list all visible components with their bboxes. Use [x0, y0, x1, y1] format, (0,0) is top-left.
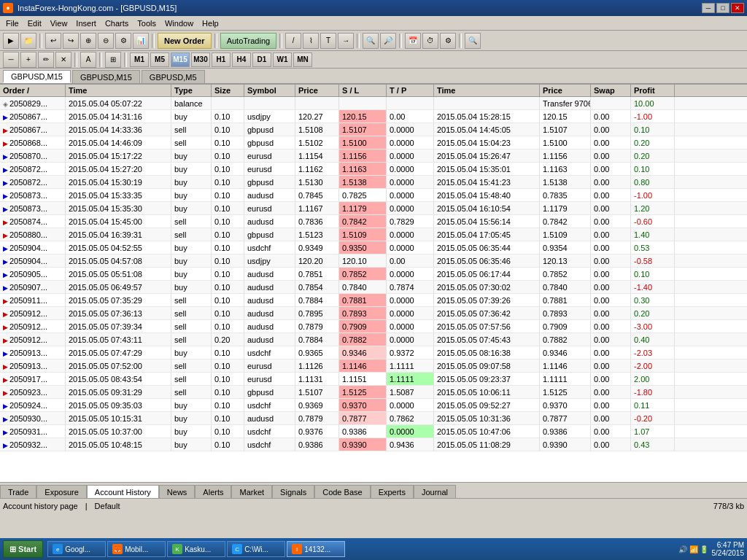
- menu-window[interactable]: Window: [160, 18, 198, 29]
- toolbar-period-btn[interactable]: 📅: [405, 33, 421, 49]
- col-price[interactable]: Price: [295, 85, 339, 96]
- toolbar-redo-btn[interactable]: ↪: [63, 33, 79, 49]
- table-row[interactable]: ▶ 2050874... 2015.05.04 15:45:00 sell 0.…: [0, 215, 747, 228]
- table-row[interactable]: ▶ 2050907... 2015.05.05 06:49:57 buy 0.1…: [0, 281, 747, 294]
- tf-h4[interactable]: H4: [232, 52, 251, 67]
- table-row[interactable]: ▶ 2050905... 2015.05.05 05:51:08 buy 0.1…: [0, 268, 747, 281]
- menu-help[interactable]: Help: [198, 18, 223, 29]
- col-tp[interactable]: T / P: [387, 85, 434, 96]
- autotrading-button[interactable]: AutoTrading: [220, 33, 277, 49]
- table-row[interactable]: ▶ 2050912... 2015.05.05 07:43:11 sell 0.…: [0, 333, 747, 346]
- table-row[interactable]: ▶ 2050912... 2015.05.05 07:36:13 sell 0.…: [0, 307, 747, 320]
- toolbar-line2-btn[interactable]: ─: [3, 52, 19, 68]
- close-btn[interactable]: ✕: [731, 3, 744, 13]
- toolbar-line-btn[interactable]: /: [285, 33, 301, 49]
- table-row[interactable]: ▶ 2050913... 2015.05.05 07:47:29 buy 0.1…: [0, 346, 747, 359]
- table-row[interactable]: ▶ 2050873... 2015.05.04 15:35:30 buy 0.1…: [0, 202, 747, 215]
- table-row[interactable]: ▶ 2050867... 2015.05.04 14:33:36 sell 0.…: [0, 123, 747, 136]
- table-row[interactable]: ▶ 2050924... 2015.05.05 09:35:03 buy 0.1…: [0, 399, 747, 412]
- table-row[interactable]: ▶ 2050913... 2015.05.05 07:52:00 sell 0.…: [0, 359, 747, 373]
- tf-d1[interactable]: D1: [252, 52, 271, 67]
- toolbar-zoom3-btn[interactable]: 🔎: [380, 33, 396, 49]
- toolbar-arrow-btn[interactable]: →: [338, 33, 354, 49]
- toolbar-zoom-out-btn[interactable]: ⊖: [98, 33, 114, 49]
- toolbar-open-btn[interactable]: 📁: [20, 33, 36, 49]
- table-row[interactable]: ▶ 2050904... 2015.05.05 04:52:55 buy 0.1…: [0, 241, 747, 254]
- tab-alerts[interactable]: Alerts: [195, 485, 231, 498]
- table-row[interactable]: ▶ 2050880... 2015.05.04 16:39:31 sell 0.…: [0, 228, 747, 241]
- toolbar-font-btn[interactable]: A: [80, 52, 96, 68]
- toolbar-time-btn[interactable]: ⏱: [422, 33, 438, 49]
- toolbar-pen-btn[interactable]: ✏: [38, 52, 54, 68]
- table-row[interactable]: ◈ 2050829... 2015.05.04 05:07:22 balance…: [0, 97, 747, 110]
- chart-tab-2[interactable]: GBPUSD,M15: [72, 70, 140, 83]
- table-row[interactable]: ▶ 2050868... 2015.05.04 14:46:09 sell 0.…: [0, 136, 747, 149]
- toolbar-fib-btn[interactable]: ⌇: [303, 33, 319, 49]
- col-profit[interactable]: Profit: [631, 85, 675, 96]
- tf-mn[interactable]: MN: [293, 52, 312, 67]
- table-row[interactable]: ▶ 2050872... 2015.05.04 15:27:20 buy 0.1…: [0, 163, 747, 176]
- toolbar-zoom2-btn[interactable]: 🔍: [363, 33, 379, 49]
- menu-edit[interactable]: Edit: [23, 18, 46, 29]
- table-row[interactable]: ▶ 2050932... 2015.05.05 10:48:15 buy 0.1…: [0, 438, 747, 451]
- table-row[interactable]: ▶ 2050917... 2015.05.05 08:43:54 sell 0.…: [0, 373, 747, 386]
- table-row[interactable]: ▶ 2050904... 2015.05.05 04:57:08 buy 0.1…: [0, 254, 747, 268]
- tf-w1[interactable]: W1: [273, 52, 292, 67]
- menu-tools[interactable]: Tools: [133, 18, 160, 29]
- chart-tab-1[interactable]: GBPUSD,M15: [3, 70, 71, 83]
- minimize-btn[interactable]: ─: [702, 3, 715, 13]
- table-row[interactable]: ▶ 2050911... 2015.05.05 07:35:29 sell 0.…: [0, 294, 747, 307]
- table-row[interactable]: ▶ 2050930... 2015.05.05 10:15:31 buy 0.1…: [0, 412, 747, 425]
- col-time[interactable]: Time: [66, 85, 171, 96]
- new-order-button[interactable]: New Order: [158, 33, 212, 49]
- tab-account-history[interactable]: Account History: [87, 485, 159, 498]
- tab-exposure[interactable]: Exposure: [36, 485, 86, 498]
- menu-file[interactable]: File: [1, 18, 23, 29]
- titlebar-controls[interactable]: ─ □ ✕: [702, 3, 744, 13]
- toolbar-chart-btn[interactable]: 📊: [133, 33, 149, 49]
- toolbar-settings-btn[interactable]: ⚙: [440, 33, 456, 49]
- tf-m30[interactable]: M30: [191, 52, 210, 67]
- tab-trade[interactable]: Trade: [0, 485, 36, 498]
- table-row[interactable]: ▶ 2050931... 2015.05.05 10:37:00 buy 0.1…: [0, 425, 747, 438]
- table-row[interactable]: ▶ 2050867... 2015.05.04 14:31:16 buy 0.1…: [0, 110, 747, 123]
- toolbar-del-btn[interactable]: ✕: [55, 52, 71, 68]
- toolbar-zoom-in-btn[interactable]: ⊕: [80, 33, 96, 49]
- table-row[interactable]: ▶ 2050873... 2015.05.04 15:33:35 buy 0.1…: [0, 189, 747, 202]
- toolbar-text-btn[interactable]: T: [320, 33, 336, 49]
- chart-tab-3[interactable]: GBPUSD,M5: [142, 70, 205, 83]
- col-symbol[interactable]: Symbol: [244, 85, 295, 96]
- toolbar-cross-btn[interactable]: +: [20, 52, 36, 68]
- col-close-time[interactable]: Time: [434, 85, 540, 96]
- cell-profit: -1.00: [631, 189, 675, 201]
- col-order[interactable]: Order /: [0, 85, 66, 96]
- tab-market[interactable]: Market: [231, 485, 272, 498]
- table-row[interactable]: ▶ 2050923... 2015.05.05 09:31:29 sell 0.…: [0, 386, 747, 399]
- tf-m1[interactable]: M1: [130, 52, 149, 67]
- tab-codebase[interactable]: Code Base: [314, 485, 370, 498]
- col-sl[interactable]: S / L: [339, 85, 387, 96]
- col-size[interactable]: Size: [212, 85, 244, 96]
- tab-experts[interactable]: Experts: [371, 485, 414, 498]
- col-swap[interactable]: Swap: [591, 85, 631, 96]
- toolbar-misc-btn[interactable]: ⊞: [105, 52, 121, 68]
- tab-journal[interactable]: Journal: [414, 485, 456, 498]
- table-row[interactable]: ▶ 2050870... 2015.05.04 15:17:22 buy 0.1…: [0, 149, 747, 163]
- toolbar-search-btn[interactable]: 🔍: [465, 33, 481, 49]
- tab-signals[interactable]: Signals: [272, 485, 314, 498]
- maximize-btn[interactable]: □: [716, 3, 729, 13]
- toolbar-new-btn[interactable]: ▶: [3, 33, 19, 49]
- tf-m5[interactable]: M5: [150, 52, 169, 67]
- table-row[interactable]: ▶ 2050912... 2015.05.05 07:39:34 sell 0.…: [0, 320, 747, 333]
- toolbar-prop-btn[interactable]: ⚙: [115, 33, 131, 49]
- menu-charts[interactable]: Charts: [101, 18, 133, 29]
- toolbar-undo-btn[interactable]: ↩: [45, 33, 61, 49]
- col-close-price[interactable]: Price: [540, 85, 591, 96]
- col-type[interactable]: Type: [171, 85, 212, 96]
- table-row[interactable]: ▶ 2050872... 2015.05.04 15:30:19 buy 0.1…: [0, 176, 747, 189]
- menu-view[interactable]: View: [46, 18, 72, 29]
- menu-insert[interactable]: Insert: [71, 18, 101, 29]
- tab-news[interactable]: News: [159, 485, 196, 498]
- tf-h1[interactable]: H1: [212, 52, 231, 67]
- tf-m15[interactable]: M15: [171, 52, 190, 67]
